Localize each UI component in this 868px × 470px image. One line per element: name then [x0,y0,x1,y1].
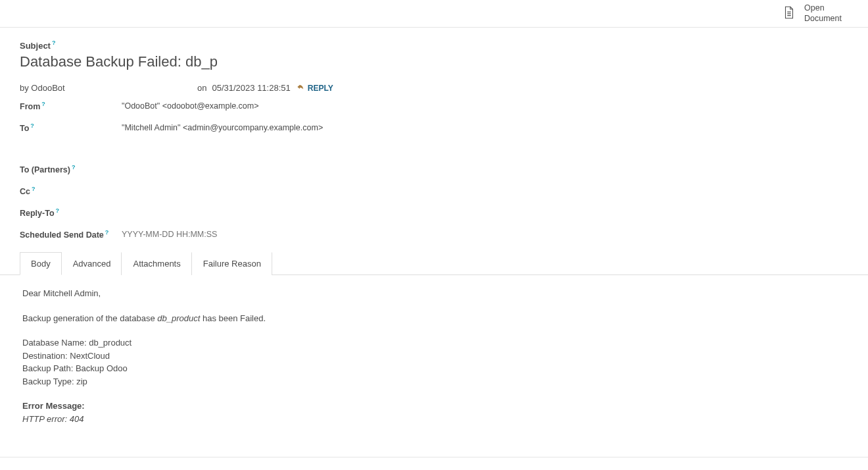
tab-failure-reason[interactable]: Failure Reason [192,252,272,275]
tab-advanced[interactable]: Advanced [62,252,122,275]
body-error-head: Error Message: [22,400,846,413]
tabs: Body Advanced Attachments Failure Reason [0,251,868,275]
by-prefix: by [20,83,29,93]
body-greeting: Dear Mitchell Admin, [22,287,846,300]
help-icon[interactable]: ? [52,39,56,46]
to-partners-row: To (Partners) ? [20,165,848,174]
document-icon [782,5,796,22]
to-row: To ? "Mitchell Admin" <admin@yourcompany… [20,123,848,133]
to-partners-label: To (Partners) ? [20,165,75,174]
body-backup-path: Backup Path: Backup Odoo [22,362,846,375]
from-value[interactable]: "OdooBot" <odoobot@example.com> [122,101,259,111]
reply-button[interactable]: REPLY [296,82,333,93]
help-icon[interactable]: ? [30,122,34,129]
subject-input[interactable] [20,52,217,72]
author-name: OdooBot [31,83,64,93]
from-row: From ? "OdooBot" <odoobot@example.com> [20,101,848,111]
help-icon[interactable]: ? [56,207,60,214]
help-icon[interactable]: ? [105,229,109,236]
body-error-msg: HTTP error: 404 [22,413,846,426]
body-content: Dear Mitchell Admin, Backup generation o… [20,275,848,437]
form-area: Subject ? by OdooBot on 05/31/2023 11:28… [0,28,868,437]
tab-attachments[interactable]: Attachments [122,252,191,275]
body-destination: Destination: NextCloud [22,350,846,363]
open-document-label: Open Document [804,3,842,24]
reply-arrow-icon [296,82,305,93]
reply-to-row: Reply-To ? [20,208,848,218]
top-bar: Open Document [0,0,868,28]
body-db-name: Database Name: db_product [22,336,846,350]
scheduled-row: Scheduled Send Date ? [20,230,848,240]
date-value: 05/31/2023 11:28:51 [212,83,290,93]
scheduled-label: Scheduled Send Date ? [20,230,108,240]
from-label: From ? [20,102,45,111]
subject-label: Subject ? [20,41,55,51]
help-icon[interactable]: ? [72,164,76,170]
body-backup-type: Backup Type: zip [22,375,846,388]
open-document-button[interactable]: Open Document [782,3,842,24]
help-icon[interactable]: ? [32,186,36,192]
meta-row: by OdooBot on 05/31/2023 11:28:51 REPLY [20,82,848,93]
cc-row: Cc ? [20,186,848,196]
reply-to-label: Reply-To ? [20,209,59,218]
bottom-divider [0,457,868,457]
body-line1: Backup generation of the database db_pro… [22,312,846,325]
on-prefix: on [197,83,206,93]
help-icon[interactable]: ? [41,101,45,107]
cc-label: Cc ? [20,187,35,196]
to-label: To ? [20,124,34,133]
tab-body[interactable]: Body [20,252,62,275]
to-value[interactable]: "Mitchell Admin" <admin@yourcompany.exam… [122,123,323,132]
scheduled-input[interactable] [122,230,253,239]
